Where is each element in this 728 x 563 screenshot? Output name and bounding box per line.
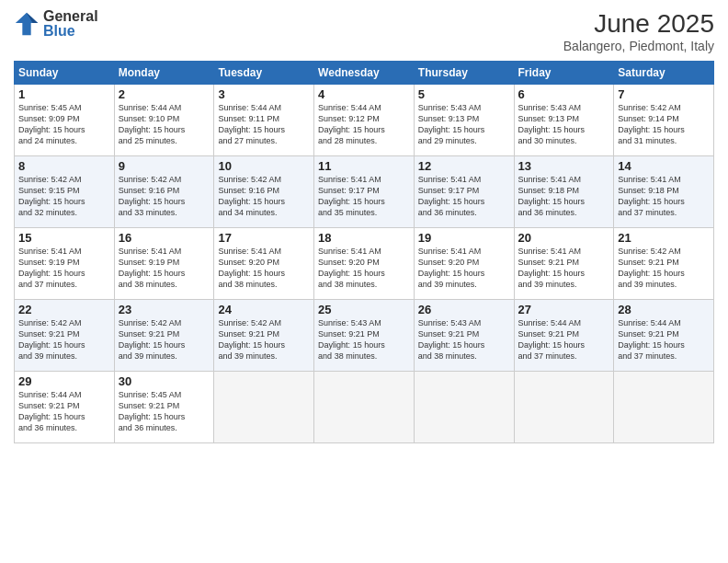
day-number: 13 bbox=[518, 159, 610, 173]
calendar-cell: 14Sunrise: 5:41 AMSunset: 9:18 PMDayligh… bbox=[614, 156, 714, 228]
day-number: 24 bbox=[218, 303, 310, 316]
day-number: 27 bbox=[518, 303, 610, 316]
day-info: Sunrise: 5:45 AMSunset: 9:09 PMDaylight:… bbox=[18, 102, 110, 147]
day-number: 17 bbox=[218, 231, 310, 245]
day-number: 2 bbox=[119, 87, 210, 101]
calendar-cell: 22Sunrise: 5:42 AMSunset: 9:21 PMDayligh… bbox=[15, 300, 115, 372]
svg-marker-0 bbox=[16, 13, 38, 35]
calendar-cell: 12Sunrise: 5:41 AMSunset: 9:17 PMDayligh… bbox=[414, 156, 514, 228]
logo-general-text: General bbox=[43, 9, 98, 24]
calendar-table: Sunday Monday Tuesday Wednesday Thursday… bbox=[14, 61, 714, 443]
logo: General Blue bbox=[14, 9, 98, 39]
day-number: 3 bbox=[218, 87, 310, 101]
calendar-cell: 8Sunrise: 5:42 AMSunset: 9:15 PMDaylight… bbox=[15, 156, 115, 228]
header-tuesday: Tuesday bbox=[214, 62, 314, 85]
header-monday: Monday bbox=[114, 62, 214, 85]
day-info: Sunrise: 5:41 AMSunset: 9:21 PMDaylight:… bbox=[518, 246, 610, 291]
week-row-4: 22Sunrise: 5:42 AMSunset: 9:21 PMDayligh… bbox=[15, 300, 714, 372]
page: General Blue June 2025 Balangero, Piedmo… bbox=[0, 0, 728, 563]
day-number: 20 bbox=[518, 231, 610, 245]
title-area: June 2025 Balangero, Piedmont, Italy bbox=[563, 9, 714, 53]
calendar-cell bbox=[314, 372, 415, 443]
day-info: Sunrise: 5:42 AMSunset: 9:21 PMDaylight:… bbox=[618, 246, 710, 291]
week-row-2: 8Sunrise: 5:42 AMSunset: 9:15 PMDaylight… bbox=[15, 156, 714, 228]
day-info: Sunrise: 5:42 AMSunset: 9:21 PMDaylight:… bbox=[218, 317, 310, 362]
calendar-cell: 16Sunrise: 5:41 AMSunset: 9:19 PMDayligh… bbox=[114, 228, 214, 300]
calendar-cell: 15Sunrise: 5:41 AMSunset: 9:19 PMDayligh… bbox=[15, 228, 115, 300]
day-info: Sunrise: 5:42 AMSunset: 9:16 PMDaylight:… bbox=[119, 174, 210, 219]
location-subtitle: Balangero, Piedmont, Italy bbox=[563, 39, 714, 53]
calendar-cell: 11Sunrise: 5:41 AMSunset: 9:17 PMDayligh… bbox=[314, 156, 415, 228]
calendar-cell bbox=[514, 372, 614, 443]
calendar-cell: 19Sunrise: 5:41 AMSunset: 9:20 PMDayligh… bbox=[414, 228, 514, 300]
calendar-cell: 21Sunrise: 5:42 AMSunset: 9:21 PMDayligh… bbox=[614, 228, 714, 300]
calendar-cell bbox=[214, 372, 314, 443]
day-info: Sunrise: 5:43 AMSunset: 9:13 PMDaylight:… bbox=[418, 102, 510, 147]
day-info: Sunrise: 5:44 AMSunset: 9:21 PMDaylight:… bbox=[518, 317, 610, 362]
calendar-cell: 6Sunrise: 5:43 AMSunset: 9:13 PMDaylight… bbox=[514, 85, 614, 156]
day-info: Sunrise: 5:42 AMSunset: 9:14 PMDaylight:… bbox=[618, 102, 710, 147]
calendar-cell: 7Sunrise: 5:42 AMSunset: 9:14 PMDaylight… bbox=[614, 85, 714, 156]
day-number: 28 bbox=[618, 303, 710, 316]
week-row-3: 15Sunrise: 5:41 AMSunset: 9:19 PMDayligh… bbox=[15, 228, 714, 300]
day-info: Sunrise: 5:44 AMSunset: 9:11 PMDaylight:… bbox=[218, 102, 310, 147]
day-info: Sunrise: 5:44 AMSunset: 9:10 PMDaylight:… bbox=[119, 102, 210, 147]
day-number: 16 bbox=[119, 231, 210, 245]
calendar-cell: 18Sunrise: 5:41 AMSunset: 9:20 PMDayligh… bbox=[314, 228, 415, 300]
calendar-cell: 13Sunrise: 5:41 AMSunset: 9:18 PMDayligh… bbox=[514, 156, 614, 228]
calendar-cell: 5Sunrise: 5:43 AMSunset: 9:13 PMDaylight… bbox=[414, 85, 514, 156]
header-thursday: Thursday bbox=[414, 62, 514, 85]
calendar-cell: 24Sunrise: 5:42 AMSunset: 9:21 PMDayligh… bbox=[214, 300, 314, 372]
day-info: Sunrise: 5:42 AMSunset: 9:15 PMDaylight:… bbox=[18, 174, 110, 219]
calendar-cell: 26Sunrise: 5:43 AMSunset: 9:21 PMDayligh… bbox=[414, 300, 514, 372]
day-number: 12 bbox=[418, 159, 510, 173]
day-number: 1 bbox=[18, 87, 110, 101]
header: General Blue June 2025 Balangero, Piedmo… bbox=[14, 9, 714, 53]
day-info: Sunrise: 5:41 AMSunset: 9:20 PMDaylight:… bbox=[218, 246, 310, 291]
day-info: Sunrise: 5:41 AMSunset: 9:17 PMDaylight:… bbox=[418, 174, 510, 219]
day-number: 9 bbox=[119, 159, 210, 173]
logo-icon bbox=[14, 11, 40, 37]
logo-blue-text: Blue bbox=[43, 24, 98, 39]
day-number: 8 bbox=[18, 159, 110, 173]
calendar-header-row: Sunday Monday Tuesday Wednesday Thursday… bbox=[15, 62, 714, 85]
day-info: Sunrise: 5:41 AMSunset: 9:20 PMDaylight:… bbox=[418, 246, 510, 291]
day-number: 6 bbox=[518, 87, 610, 101]
day-info: Sunrise: 5:44 AMSunset: 9:21 PMDaylight:… bbox=[618, 317, 710, 362]
calendar-cell: 9Sunrise: 5:42 AMSunset: 9:16 PMDaylight… bbox=[114, 156, 214, 228]
day-info: Sunrise: 5:44 AMSunset: 9:21 PMDaylight:… bbox=[18, 389, 110, 434]
logo-text: General Blue bbox=[43, 9, 98, 39]
day-number: 23 bbox=[119, 303, 210, 316]
calendar-cell bbox=[414, 372, 514, 443]
calendar-cell: 30Sunrise: 5:45 AMSunset: 9:21 PMDayligh… bbox=[114, 372, 214, 443]
day-info: Sunrise: 5:43 AMSunset: 9:21 PMDaylight:… bbox=[418, 317, 510, 362]
day-number: 26 bbox=[418, 303, 510, 316]
day-info: Sunrise: 5:41 AMSunset: 9:19 PMDaylight:… bbox=[119, 246, 210, 291]
day-number: 22 bbox=[18, 303, 110, 316]
calendar-cell: 27Sunrise: 5:44 AMSunset: 9:21 PMDayligh… bbox=[514, 300, 614, 372]
calendar-cell: 28Sunrise: 5:44 AMSunset: 9:21 PMDayligh… bbox=[614, 300, 714, 372]
day-number: 29 bbox=[18, 374, 110, 388]
day-number: 5 bbox=[418, 87, 510, 101]
calendar-cell: 4Sunrise: 5:44 AMSunset: 9:12 PMDaylight… bbox=[314, 85, 415, 156]
calendar-cell: 10Sunrise: 5:42 AMSunset: 9:16 PMDayligh… bbox=[214, 156, 314, 228]
day-info: Sunrise: 5:41 AMSunset: 9:17 PMDaylight:… bbox=[318, 174, 410, 219]
day-number: 19 bbox=[418, 231, 510, 245]
week-row-5: 29Sunrise: 5:44 AMSunset: 9:21 PMDayligh… bbox=[15, 372, 714, 443]
calendar-cell: 1Sunrise: 5:45 AMSunset: 9:09 PMDaylight… bbox=[15, 85, 115, 156]
day-number: 7 bbox=[618, 87, 710, 101]
day-info: Sunrise: 5:44 AMSunset: 9:12 PMDaylight:… bbox=[318, 102, 410, 147]
header-friday: Friday bbox=[514, 62, 614, 85]
day-info: Sunrise: 5:41 AMSunset: 9:20 PMDaylight:… bbox=[318, 246, 410, 291]
day-info: Sunrise: 5:45 AMSunset: 9:21 PMDaylight:… bbox=[119, 389, 210, 434]
day-info: Sunrise: 5:41 AMSunset: 9:18 PMDaylight:… bbox=[618, 174, 710, 219]
month-title: June 2025 bbox=[563, 9, 714, 39]
day-number: 4 bbox=[318, 87, 410, 101]
calendar-cell: 3Sunrise: 5:44 AMSunset: 9:11 PMDaylight… bbox=[214, 85, 314, 156]
day-number: 15 bbox=[18, 231, 110, 245]
week-row-1: 1Sunrise: 5:45 AMSunset: 9:09 PMDaylight… bbox=[15, 85, 714, 156]
day-info: Sunrise: 5:43 AMSunset: 9:21 PMDaylight:… bbox=[318, 317, 410, 362]
calendar-cell: 29Sunrise: 5:44 AMSunset: 9:21 PMDayligh… bbox=[15, 372, 115, 443]
header-wednesday: Wednesday bbox=[314, 62, 415, 85]
day-number: 10 bbox=[218, 159, 310, 173]
